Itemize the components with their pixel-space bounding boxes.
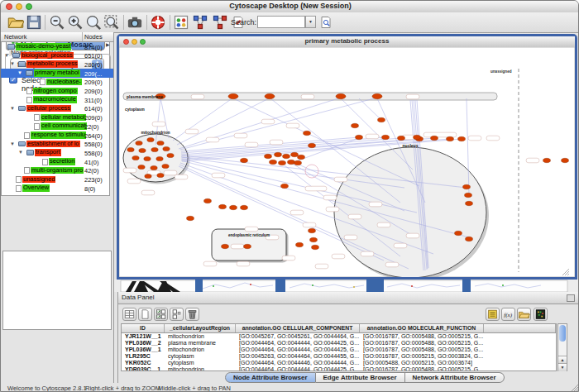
graph-node[interactable] bbox=[378, 117, 385, 122]
birds-eye-view[interactable] bbox=[2, 251, 112, 330]
tree-row[interactable]: multi-organism pro42(0) bbox=[1, 166, 110, 175]
graph-node[interactable] bbox=[156, 156, 163, 160]
graph-node[interactable] bbox=[466, 201, 473, 205]
graph-node[interactable] bbox=[147, 137, 154, 141]
tree-row[interactable]: ▼biological_process651(0) bbox=[1, 51, 110, 60]
graph-node[interactable] bbox=[241, 205, 248, 209]
graph-node[interactable] bbox=[336, 93, 346, 98]
table-row[interactable]: YJR121W__1mitochondrion[GO:0045267, GO:0… bbox=[122, 333, 556, 340]
graph-node[interactable] bbox=[151, 147, 158, 151]
graph-node[interactable] bbox=[447, 136, 454, 141]
column-header[interactable]: annotation.GO MOLECULAR_FUNCTION bbox=[360, 324, 484, 332]
graph-node[interactable] bbox=[463, 184, 471, 189]
graph-node[interactable] bbox=[204, 198, 212, 203]
graph-node[interactable] bbox=[163, 146, 170, 151]
graph-node[interactable] bbox=[139, 148, 146, 152]
graph-node[interactable] bbox=[312, 245, 319, 249]
graph-node[interactable] bbox=[151, 165, 157, 170]
graph-node[interactable] bbox=[230, 205, 237, 209]
table-row[interactable]: YPL036W__2plasma membrane[GO:0044464, GO… bbox=[122, 340, 556, 347]
disclosure-triangle-icon[interactable]: ▼ bbox=[4, 52, 9, 59]
graph-node[interactable] bbox=[382, 135, 390, 139]
graph-node[interactable] bbox=[270, 160, 277, 164]
import-attributes-icon[interactable] bbox=[517, 308, 531, 321]
graph-node[interactable] bbox=[414, 135, 421, 139]
graph-node[interactable] bbox=[162, 164, 169, 168]
tree-row[interactable]: Overview8(0) bbox=[1, 184, 110, 193]
tree-row[interactable]: response to stimulu264(0) bbox=[1, 131, 110, 140]
graph-node[interactable] bbox=[222, 244, 229, 248]
tree-row[interactable]: ▼primary metabol209(... bbox=[1, 69, 110, 78]
tree-col-nodes[interactable]: Nodes bbox=[84, 33, 103, 41]
graph-node[interactable] bbox=[304, 131, 311, 135]
unselect-attributes-icon[interactable] bbox=[170, 308, 184, 321]
tree-row[interactable]: ▼cellular process614(0) bbox=[1, 104, 110, 113]
graph-node[interactable] bbox=[136, 141, 142, 145]
graph-node[interactable] bbox=[281, 184, 289, 188]
graph-node[interactable] bbox=[465, 193, 472, 197]
tab-edge-attribute-browser[interactable]: Edge Attribute Browser bbox=[316, 372, 405, 383]
attribute-table-icon[interactable] bbox=[122, 308, 136, 321]
column-header[interactable] bbox=[484, 324, 556, 332]
app-titlebar[interactable]: Cytoscape Desktop (New Session) bbox=[1, 1, 579, 13]
graph-node[interactable] bbox=[241, 158, 248, 162]
zoom-selected-region-icon[interactable] bbox=[85, 14, 102, 31]
tab-node-attribute-browser[interactable]: Node Attribute Browser bbox=[225, 372, 316, 383]
network-canvas[interactable]: plasma membranecytoplasmmitochondrionnuc… bbox=[119, 47, 575, 277]
table-row[interactable]: YPL036W__1mitochondrion[GO:0044464, GO:0… bbox=[122, 347, 556, 353]
graph-node[interactable] bbox=[562, 158, 569, 162]
attribute-table[interactable]: ID_cellularLayoutRegionannotation.GO CEL… bbox=[121, 323, 557, 371]
graph-node[interactable] bbox=[275, 152, 282, 156]
graph-node[interactable] bbox=[187, 216, 194, 220]
graph-node[interactable] bbox=[283, 154, 290, 158]
zoom-fit-icon[interactable] bbox=[103, 14, 120, 31]
node-appearance-icon[interactable] bbox=[173, 14, 189, 31]
network-snapshot-icon[interactable] bbox=[127, 14, 143, 31]
formula-builder-icon[interactable]: f(x) bbox=[501, 308, 515, 321]
tree-row[interactable]: nitrogen compo209(0) bbox=[1, 87, 110, 96]
graph-node[interactable] bbox=[144, 156, 151, 160]
tree-header[interactable]: Network Nodes bbox=[1, 32, 110, 42]
window-resize-grip[interactable] bbox=[569, 383, 579, 392]
graph-node[interactable] bbox=[296, 242, 304, 246]
zoom-in-icon[interactable] bbox=[67, 14, 84, 31]
search-dropdown-arrow-icon[interactable]: ▼ bbox=[305, 16, 316, 28]
graph-node[interactable] bbox=[145, 174, 151, 178]
disclosure-triangle-icon[interactable]: ▼ bbox=[10, 105, 15, 112]
graph-node[interactable] bbox=[228, 93, 238, 98]
select-attributes-icon[interactable] bbox=[154, 308, 168, 321]
delete-attribute-icon[interactable] bbox=[185, 308, 199, 321]
help-icon[interactable] bbox=[150, 14, 166, 31]
tree-row[interactable]: mosaic-demo-yeast874(0) bbox=[1, 42, 110, 51]
graph-node[interactable] bbox=[157, 173, 164, 177]
graph-node[interactable] bbox=[309, 143, 316, 147]
tree-row[interactable]: unassigned223(0) bbox=[1, 175, 110, 184]
graph-node[interactable] bbox=[372, 93, 382, 98]
attribute-table-header[interactable]: ID_cellularLayoutRegionannotation.GO CEL… bbox=[122, 324, 556, 333]
graph-node[interactable] bbox=[138, 165, 145, 169]
tab-network-attribute-browser[interactable]: Network Attribute Browser bbox=[405, 372, 505, 383]
graph-node[interactable] bbox=[455, 231, 462, 235]
tree-row[interactable]: secretion41(0) bbox=[1, 157, 110, 166]
tree-col-network[interactable]: Network bbox=[4, 33, 27, 41]
open-file-icon[interactable] bbox=[7, 14, 24, 31]
tree-row[interactable]: macromolecule311(0) bbox=[1, 95, 110, 104]
attribute-batch-icon[interactable] bbox=[486, 308, 500, 321]
zoom-out-icon[interactable] bbox=[49, 14, 65, 31]
tree-row[interactable]: ▼transport558(0) bbox=[1, 148, 110, 157]
graph-node[interactable] bbox=[431, 136, 438, 140]
network-view-a-icon[interactable] bbox=[192, 14, 208, 31]
table-scrollbar[interactable]: ▲ ▼ bbox=[557, 323, 567, 371]
graph-node[interactable] bbox=[132, 155, 139, 160]
tree-row[interactable]: ▼establishment of lo558(0) bbox=[1, 140, 110, 149]
graph-node[interactable] bbox=[265, 93, 275, 98]
scrollbar-thumb[interactable] bbox=[559, 325, 566, 342]
scroll-down-icon[interactable]: ▼ bbox=[558, 363, 567, 371]
column-header[interactable]: annotation.GO CELLULAR_COMPONENT bbox=[236, 324, 360, 332]
disclosure-triangle-icon[interactable]: ▼ bbox=[10, 141, 15, 147]
graph-node[interactable] bbox=[298, 155, 305, 159]
tree-row[interactable]: cellular metabol209(0) bbox=[1, 113, 110, 122]
graph-node[interactable] bbox=[309, 228, 316, 232]
background-windows-strip[interactable] bbox=[114, 280, 579, 292]
new-attribute-icon[interactable] bbox=[138, 308, 152, 321]
